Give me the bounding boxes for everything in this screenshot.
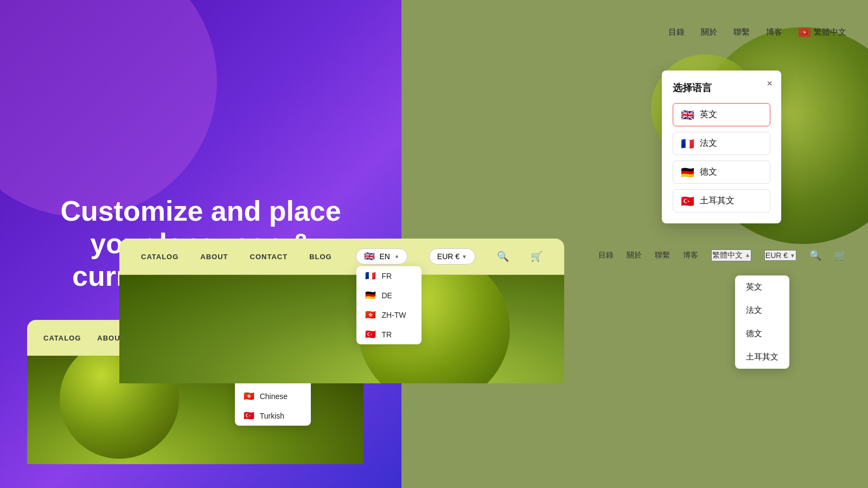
tr-flag-icon: 🇹🇷	[681, 196, 694, 207]
lang-switcher-top[interactable]: 🇭🇰 繁體中文	[799, 27, 846, 37]
modal-title: 选择语言	[673, 81, 770, 94]
mid-drop-fr-label: FR	[381, 272, 392, 280]
bot-drop-turkish-label: Turkish	[260, 412, 284, 420]
nav-about-right[interactable]: 關於	[627, 251, 642, 260]
mid-drop-zh-label: ZH-TW	[381, 311, 406, 319]
right-drop-german[interactable]: 德文	[735, 322, 789, 345]
chevron-up-mid-icon: ▼	[394, 254, 399, 259]
mid-drop-de-label: DE	[381, 291, 392, 300]
cart-icon-mid[interactable]: 🛒	[531, 251, 542, 262]
mid-nav-catalog[interactable]: CATALOG	[141, 253, 178, 261]
tr-flag-mid-icon: 🇹🇷	[365, 330, 376, 339]
lang-dropdown-mid: 🇫🇷 FR 🇩🇪 DE 🇭🇰 ZH-TW 🇹🇷 TR	[356, 266, 422, 344]
nav-contact-top[interactable]: 聯繫	[733, 27, 750, 37]
mid-drop-de[interactable]: 🇩🇪 DE	[356, 286, 422, 305]
currency-btn-right[interactable]: EUR € ▼	[764, 250, 796, 261]
mid-nav-about[interactable]: ABOUT	[200, 253, 228, 261]
right-lang-label: 繁體中文	[712, 251, 743, 260]
lang-label-top: 繁體中文	[814, 27, 846, 37]
mid-nav-blog[interactable]: BLOG	[309, 253, 332, 261]
fr-flag-mid-icon: 🇫🇷	[365, 272, 376, 280]
right-drop-turkish[interactable]: 土耳其文	[735, 345, 789, 369]
mid-drop-zh[interactable]: 🇭🇰 ZH-TW	[356, 305, 422, 325]
de-flag-icon: 🇩🇪	[681, 167, 694, 178]
bot-drop-turkish[interactable]: 🇹🇷 Turkish	[235, 406, 311, 426]
top-navbar: 目錄 關於 聯繫 博客 🇭🇰 繁體中文	[401, 27, 868, 37]
currency-selector-mid[interactable]: EUR € ▼	[429, 248, 475, 265]
hk-flag-bot-icon: 🇭🇰	[244, 392, 254, 401]
right-drop-french[interactable]: 法文	[735, 299, 789, 322]
modal-close-button[interactable]: ×	[767, 78, 773, 89]
lang-option-german[interactable]: 🇩🇪 德文	[673, 160, 770, 184]
right-drop-turkish-label: 土耳其文	[746, 352, 778, 362]
cart-icon-right[interactable]: 🛒	[834, 249, 846, 261]
nav-about-top[interactable]: 關於	[701, 27, 717, 37]
uk-flag-small-icon: 🇬🇧	[364, 252, 375, 261]
mid-drop-tr-label: TR	[381, 330, 392, 339]
nav-blog-top[interactable]: 博客	[766, 27, 782, 37]
right-currency-label: EUR €	[765, 251, 788, 260]
lang-option-english[interactable]: 🇬🇧 英文	[673, 103, 770, 126]
bot-drop-chinese[interactable]: 🇭🇰 Chinese	[235, 387, 311, 406]
nav-blog-right[interactable]: 博客	[683, 251, 698, 260]
mid-drop-tr[interactable]: 🇹🇷 TR	[356, 325, 422, 344]
nav-contact-right[interactable]: 聯繫	[655, 251, 670, 260]
language-modal: 选择语言 × 🇬🇧 英文 🇫🇷 法文 🇩🇪 德文 🇹🇷 土耳其文	[662, 70, 781, 223]
right-drop-french-label: 法文	[746, 305, 762, 316]
store-navbar-mid: CATALOG ABOUT CONTACT BLOG 🇬🇧 EN ▼ 🇫🇷 FR…	[119, 239, 564, 275]
fr-flag-icon: 🇫🇷	[681, 138, 694, 149]
tr-flag-bot-icon: 🇹🇷	[244, 412, 254, 420]
right-drop-german-label: 德文	[746, 329, 762, 339]
mid-panel-bg	[119, 275, 564, 383]
mid-drop-fr[interactable]: 🇫🇷 FR	[356, 266, 422, 286]
mid-nav-contact[interactable]: CONTACT	[250, 253, 288, 261]
search-icon-right[interactable]: 🔍	[809, 249, 821, 261]
bot-nav-catalog[interactable]: CATALOG	[43, 334, 81, 342]
lang-dropdown-right: 英文 法文 德文 土耳其文	[735, 275, 789, 369]
uk-flag-icon: 🇬🇧	[681, 110, 694, 120]
right-drop-english[interactable]: 英文	[735, 275, 789, 299]
chevron-currency-icon: ▼	[462, 254, 467, 260]
chevron-down-icon: ▼	[790, 253, 795, 259]
de-flag-mid-icon: 🇩🇪	[365, 291, 376, 300]
lang-option-french[interactable]: 🇫🇷 法文	[673, 132, 770, 155]
lang-btn-right[interactable]: 繁體中文 ▼	[711, 249, 751, 261]
mid-lang-label: EN	[379, 252, 390, 261]
search-icon-mid[interactable]: 🔍	[497, 251, 509, 262]
lang-option-german-label: 德文	[700, 166, 717, 178]
chevron-up-icon: ▼	[745, 253, 750, 259]
right-drop-english-label: 英文	[746, 282, 762, 292]
hk-flag-mid-icon: 🇭🇰	[365, 311, 376, 319]
lang-option-turkish[interactable]: 🇹🇷 土耳其文	[673, 189, 770, 213]
lang-option-turkish-label: 土耳其文	[700, 195, 735, 207]
hk-flag-icon: 🇭🇰	[799, 28, 810, 37]
mid-currency-label: EUR €	[437, 252, 459, 261]
lang-option-english-label: 英文	[700, 109, 717, 120]
store-panel-mid: CATALOG ABOUT CONTACT BLOG 🇬🇧 EN ▼ 🇫🇷 FR…	[119, 239, 564, 383]
nav-catalog-top[interactable]: 目錄	[668, 27, 685, 37]
lang-option-french-label: 法文	[700, 138, 717, 149]
lang-selector-mid[interactable]: 🇬🇧 EN ▼ 🇫🇷 FR 🇩🇪 DE 🇭🇰 ZH-TW 🇹🇷	[356, 248, 407, 265]
bot-drop-chinese-label: Chinese	[260, 392, 288, 401]
nav-catalog-right[interactable]: 目錄	[598, 251, 614, 260]
